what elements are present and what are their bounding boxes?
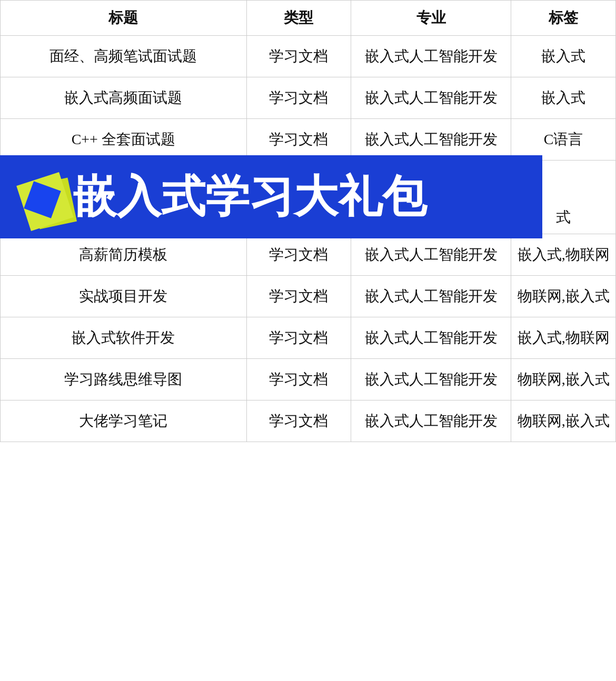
cell-title: 高薪简历模板: [1, 234, 247, 276]
table-row: 实战项目开发 学习文档 嵌入式人工智能开发 物联网,嵌入式: [1, 276, 616, 317]
cell-tag: 物联网,嵌入式: [511, 359, 616, 400]
cell-major: 嵌入式人工智能开发: [351, 36, 511, 77]
cell-major: 嵌入式人工智能开发: [351, 119, 511, 161]
cell-tag: 物联网,嵌入式: [511, 276, 616, 317]
page-container: 标题 类型 专业 标签 面经、高频笔试面试题 学习文档 嵌入式人工智能开发 嵌入…: [0, 0, 616, 442]
table-row: 面经、高频笔试面试题 学习文档 嵌入式人工智能开发 嵌入式: [1, 36, 616, 77]
table-row: 嵌入式高频面试题 学习文档 嵌入式人工智能开发 嵌入式: [1, 77, 616, 119]
table-row: C++ 全套面试题 学习文档 嵌入式人工智能开发 C语言: [1, 119, 616, 161]
col-header-title: 标题: [1, 1, 247, 36]
cell-type: 学习文档: [246, 36, 351, 77]
cell-type: 学习文档: [246, 234, 351, 276]
cell-tag: 物联网,嵌入式: [511, 400, 616, 442]
cell-major: 嵌入式人工智能开发: [351, 359, 511, 400]
cell-tag: 嵌入式,物联网: [511, 317, 616, 359]
cell-title: 学习路线思维导图: [1, 359, 247, 400]
cell-tag: 嵌入式: [511, 77, 616, 119]
col-header-major: 专业: [351, 1, 511, 36]
cell-type: 学习文档: [246, 119, 351, 161]
cell-major: 嵌入式人工智能开发: [351, 317, 511, 359]
cell-type: 学习文档: [246, 77, 351, 119]
table-row: 嵌入式软件开发 学习文档 嵌入式人工智能开发 嵌入式,物联网: [1, 317, 616, 359]
cell-tag: C语言: [511, 119, 616, 161]
table-row: 大佬学习笔记 学习文档 嵌入式人工智能开发 物联网,嵌入式: [1, 400, 616, 442]
cell-major: 嵌入式人工智能开发: [351, 400, 511, 442]
cell-major: 嵌入式人工智能开发: [351, 234, 511, 276]
cell-title: 大佬学习笔记: [1, 400, 247, 442]
table-header-row: 标题 类型 专业 标签: [1, 1, 616, 36]
cell-title: 嵌入式高频面试题: [1, 77, 247, 119]
cell-type: 学习文档: [246, 317, 351, 359]
table-row: 学习路线思维导图 学习文档 嵌入式人工智能开发 物联网,嵌入式: [1, 359, 616, 400]
cell-type: 学习文档: [246, 359, 351, 400]
cell-type: 学习文档: [246, 276, 351, 317]
cell-title: 嵌入式软件开发: [1, 317, 247, 359]
banner-block: 嵌入式学习大礼包: [0, 155, 542, 238]
cell-tag: 嵌入式: [511, 36, 616, 77]
cell-title: 面经、高频笔试面试题: [1, 36, 247, 77]
cell-major: 嵌入式人工智能开发: [351, 77, 511, 119]
cell-major: 嵌入式人工智能开发: [351, 276, 511, 317]
banner-text: 嵌入式学习大礼包: [73, 167, 426, 227]
col-header-type: 类型: [246, 1, 351, 36]
col-header-tag: 标签: [511, 1, 616, 36]
cell-title: C++ 全套面试题: [1, 119, 247, 161]
cell-tag: 嵌入式,物联网: [511, 234, 616, 276]
table-row: 高薪简历模板 学习文档 嵌入式人工智能开发 嵌入式,物联网: [1, 234, 616, 276]
cell-title: 实战项目开发: [1, 276, 247, 317]
cell-type: 学习文档: [246, 400, 351, 442]
